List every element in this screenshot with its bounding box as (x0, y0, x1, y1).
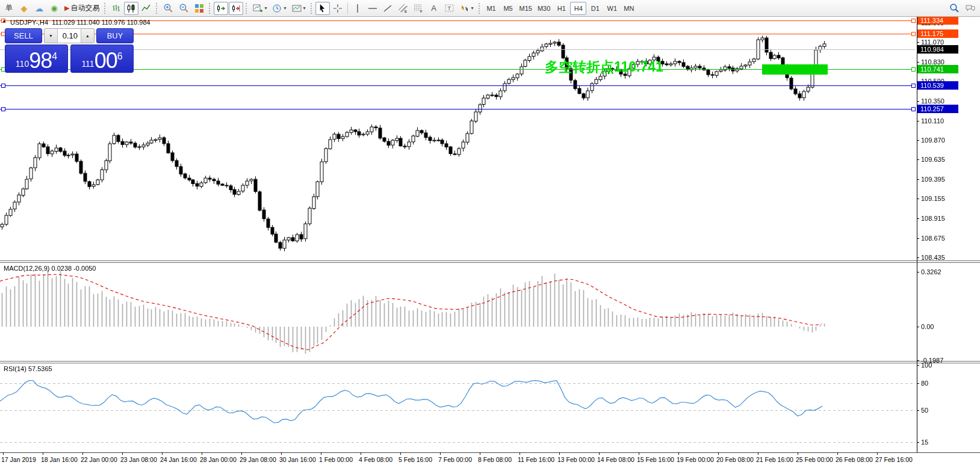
trendline-button[interactable] (380, 2, 395, 15)
pane-separator[interactable] (0, 260, 980, 261)
timeframe-w1[interactable]: W1 (604, 2, 620, 15)
time-label: 21 Feb 16:00 (756, 456, 793, 463)
time-tick (281, 452, 282, 455)
zoom-out-button[interactable] (176, 2, 191, 15)
chart-shift-button[interactable] (229, 2, 243, 15)
price-tag: 111.334 (917, 16, 958, 25)
time-tick (678, 452, 679, 455)
zoom-in-icon (163, 3, 173, 13)
pane-separator[interactable] (0, 361, 980, 362)
time-tick (202, 452, 202, 455)
volume-value[interactable]: 0.10 (58, 29, 81, 43)
green-zone-rectangle[interactable] (762, 64, 828, 75)
toolbar-grip (209, 3, 211, 14)
toolbar: 单 ◆ ☁ ◉ ▶ 自动交易 ▾ ▾ ▾ (0, 0, 980, 17)
line-chart-button[interactable] (139, 2, 154, 15)
zoom-in-button[interactable] (161, 2, 176, 15)
candlestick-chart-button[interactable] (124, 2, 138, 15)
sell-price-button[interactable]: 110 98 4 (5, 45, 68, 73)
time-label: 4 Feb 08:00 (359, 456, 392, 463)
time-label: 1 Feb 00:00 (319, 456, 353, 463)
chat-button[interactable] (963, 2, 978, 15)
timeframe-m30[interactable]: M30 (535, 2, 553, 15)
autotrade-icon: ▶ (64, 4, 69, 12)
time-label: 19 Feb 00:00 (677, 456, 714, 463)
axis-tick-label: 110.110 (921, 117, 944, 125)
axis-tick (917, 365, 919, 366)
fibonacci-button[interactable]: F (411, 2, 426, 15)
timeframe-d1[interactable]: D1 (587, 2, 603, 15)
bar-chart-button[interactable] (109, 2, 123, 15)
buy-button[interactable]: BUY (96, 28, 134, 43)
time-label: 8 Feb 08:00 (478, 456, 512, 463)
line-handle[interactable] (1, 84, 5, 88)
line-handle[interactable] (911, 67, 916, 72)
timeframe-m15[interactable]: M15 (517, 2, 535, 15)
sell-button[interactable]: SELL (5, 28, 42, 43)
horizontal-line-object[interactable] (0, 49, 916, 50)
vertical-line-icon (353, 4, 362, 13)
line-handle[interactable] (911, 107, 916, 111)
time-label: 17 Jan 2019 (1, 456, 36, 463)
buy-price-button[interactable]: 111 00 6 (70, 45, 134, 73)
sell-price-point: 4 (52, 51, 57, 62)
mql5-community-button[interactable]: ☁ (32, 2, 46, 15)
pane-separator[interactable] (0, 363, 980, 363)
text-label-button[interactable]: T (442, 2, 457, 15)
signals-button[interactable]: ◉ (47, 2, 61, 15)
timeframe-h4[interactable]: H4 (570, 2, 586, 15)
price-tag: 111.175 (917, 29, 958, 38)
auto-scroll-button[interactable] (214, 2, 228, 15)
axis-tick-label: 0.00 (921, 323, 934, 330)
autotrade-button[interactable]: ▶ 自动交易 (62, 2, 102, 15)
axis-tick (917, 140, 919, 141)
line-handle[interactable] (911, 32, 916, 36)
timeframe-mn[interactable]: MN (621, 2, 637, 15)
macd-indicator-label: MACD(12,26,9) 0.0238 -0.0050 (4, 265, 96, 272)
pivot-annotation[interactable]: 多空转折点110.741 (545, 58, 663, 76)
tile-windows-button[interactable] (192, 2, 206, 15)
line-handle[interactable] (911, 19, 916, 23)
chat-icon (965, 4, 976, 13)
line-handle[interactable] (1, 107, 5, 111)
zoom-out-icon (179, 3, 189, 13)
periods-button[interactable]: ▾ (270, 2, 288, 15)
toolbar-grip (479, 3, 481, 14)
time-tick (440, 452, 441, 455)
time-tick (718, 452, 719, 455)
templates-button[interactable]: ▾ (290, 2, 308, 15)
horizontal-line-button[interactable] (365, 2, 380, 15)
horizontal-line-object[interactable] (0, 109, 916, 109)
arrows-shapes-button[interactable]: ▾ (457, 2, 476, 15)
axis-tick (917, 62, 919, 63)
price-tag: 110.539 (917, 81, 958, 90)
new-chart-button[interactable]: ▾ (250, 2, 269, 15)
time-tick (3, 452, 4, 455)
time-tick (559, 452, 560, 455)
volume-decrease-button[interactable]: ▼ (45, 29, 58, 43)
horizontal-line-object[interactable] (0, 85, 916, 86)
time-label: 24 Jan 16:00 (160, 456, 197, 463)
cursor-button[interactable] (315, 2, 330, 15)
mql5-community-icon: ☁ (35, 4, 43, 13)
timeframe-m1[interactable]: M1 (483, 2, 500, 15)
one-click-collapse-icon[interactable]: ▲ (2, 18, 7, 23)
chart-canvas[interactable] (0, 17, 917, 452)
line-handle[interactable] (911, 84, 916, 88)
new-order-button[interactable]: 单 (2, 2, 16, 15)
crosshair-button[interactable] (330, 2, 345, 15)
timeframe-h1[interactable]: H1 (553, 2, 569, 15)
search-button[interactable] (947, 2, 962, 15)
horizontal-line-object[interactable] (0, 34, 916, 34)
pane-separator[interactable] (0, 262, 980, 263)
equidistant-channel-button[interactable]: E (395, 2, 411, 15)
axis-tick-label: 100 (921, 362, 932, 369)
text-button[interactable]: A (427, 2, 441, 15)
vertical-line-button[interactable] (350, 2, 365, 15)
time-label: 25 Feb 00:00 (796, 456, 833, 463)
market-button[interactable]: ◆ (17, 2, 31, 15)
time-label: 20 Feb 08:00 (716, 456, 754, 463)
volume-increase-button[interactable]: ▲ (81, 29, 94, 43)
timeframe-m5[interactable]: M5 (500, 2, 516, 15)
time-label: 13 Feb 00:00 (557, 456, 595, 463)
